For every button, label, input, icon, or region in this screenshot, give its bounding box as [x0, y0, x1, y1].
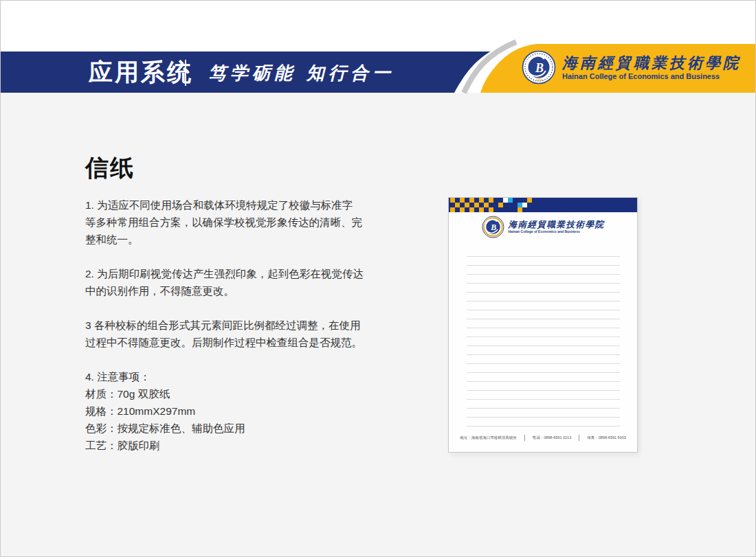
ruled-line [467, 372, 620, 373]
vi-manual-page: 应用系统 笃学砺能 知行合一 B 1954 海南經貿職業技術學院 Hainan … [0, 0, 756, 557]
note-process: 工艺：胶版印刷 [85, 437, 388, 454]
ruled-line [467, 283, 620, 284]
college-name-block: 海南經貿職業技術學院 Hainan College of Economics a… [562, 54, 741, 80]
paragraph-line: 1. 为适应不同使用场合和载体环境特规定了校徽与标准字 [85, 196, 388, 214]
ruled-line [467, 337, 620, 337]
paragraph-line: 3 各种校标的组合形式其元素间距比例都经过调整，在使用 [85, 317, 388, 334]
college-name-en: Hainan College of Economics and Business [562, 72, 741, 80]
ruled-line [467, 417, 620, 418]
section-title: 信纸 [85, 155, 388, 181]
ruled-line [467, 319, 620, 319]
letterhead-phone: 电话：0898-6591 0213 [525, 435, 579, 440]
school-motto: 笃学砺能 知行合一 [208, 52, 394, 93]
note-color: 色彩：按规定标准色、辅助色应用 [85, 420, 388, 437]
ruled-line [467, 328, 620, 328]
ruled-line [467, 345, 620, 346]
paragraph-2: 2. 为后期印刷视觉传达产生强烈印象，起到色彩在视觉传达 中的识别作用，不得随意… [85, 265, 388, 299]
college-emblem-icon: B 1954 [522, 50, 556, 84]
paragraph-line: 中的识别作用，不得随意更改。 [85, 282, 388, 299]
ruled-line [467, 363, 620, 364]
page-title: 应用系统 [89, 52, 193, 93]
letterhead-address: 地址：海南省海口市桂林洋高校区 [452, 435, 524, 440]
notes-block: 4. 注意事项： 材质：70g 双胶纸 规格：210mmX297mm 色彩：按规… [85, 368, 388, 454]
ruled-line [467, 408, 620, 409]
ruled-line [467, 301, 620, 302]
ruled-line [467, 310, 620, 310]
paragraph-line: 2. 为后期印刷视觉传达产生强烈印象，起到色彩在视觉传达 [85, 265, 388, 282]
emblem-monogram: B [535, 61, 544, 75]
ruled-line [467, 354, 620, 355]
note-size: 规格：210mmX297mm [85, 402, 388, 420]
ruled-line [467, 381, 620, 382]
paragraph-line: 等多种常用组合方案，以确保学校视觉形象传达的清晰、完 [85, 214, 388, 231]
letterhead-fax: 传真：0898-6591 5003 [579, 435, 634, 440]
ruled-line [467, 399, 620, 400]
ruled-line [467, 274, 620, 275]
paragraph-3: 3 各种校标的组合形式其元素间距比例都经过调整，在使用 过程中不得随意更改。后期… [85, 317, 388, 351]
letterhead-footer: 地址：海南省海口市桂林洋高校区 电话：0898-6591 0213 传真：089… [449, 435, 637, 441]
emblem-year: 1954 [535, 78, 543, 82]
ruled-line [467, 426, 620, 427]
paragraph-1: 1. 为适应不同使用场合和载体环境特规定了校徽与标准字 等多种常用组合方案，以确… [85, 196, 388, 248]
letterhead-preview: B 1954 海南經貿職業技術學院 Hainan College of Econ… [448, 197, 638, 453]
paragraph-line: 过程中不得随意更改。后期制作过程中检查组合是否规范。 [85, 334, 388, 351]
ruled-line [467, 256, 620, 257]
header-divider [185, 60, 186, 86]
header-brand: B 1954 海南經貿職業技術學院 Hainan College of Econ… [522, 47, 741, 87]
letterhead-ruled-lines [449, 198, 637, 452]
notes-title: 4. 注意事项： [85, 368, 388, 385]
ruled-line [467, 292, 620, 293]
ruled-line [467, 265, 620, 266]
college-name-cn: 海南經貿職業技術學院 [562, 54, 741, 71]
ruled-line [467, 390, 620, 391]
content-column: 信纸 1. 为适应不同使用场合和载体环境特规定了校徽与标准字 等多种常用组合方案… [85, 155, 388, 454]
note-material: 材质：70g 双胶纸 [85, 385, 388, 402]
paragraph-line: 整和统一。 [85, 231, 388, 248]
